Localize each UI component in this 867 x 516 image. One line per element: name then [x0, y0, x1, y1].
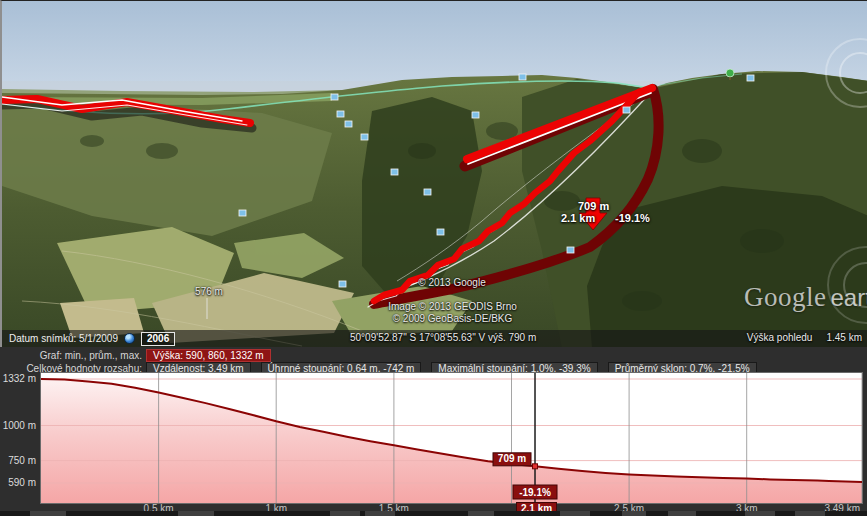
pointer-coordinates: 50°09'52.87" S 17°08'55.63" V výš. 790 m — [350, 332, 536, 343]
google-earth-logo: Googleearth — [744, 282, 867, 313]
imagery-date-label: Datum snímků: 5/1/2009 — [9, 333, 118, 344]
y-tick-label: 590 m — [0, 477, 36, 488]
elevation-area — [41, 379, 862, 503]
elevation-profile-panel: Graf: min., prům., max. Výška: 590, 860,… — [0, 347, 867, 516]
eye-altitude-value: 1.45 km — [826, 332, 862, 343]
status-bar: Datum snímků: 5/1/2009 2006 50°09'52.87"… — [2, 330, 867, 347]
terrain-scene — [2, 1, 867, 347]
eye-altitude: Výška pohledu1.45 km — [747, 332, 862, 343]
tooltip-elevation: 709 m — [578, 200, 609, 212]
bottom-strip — [0, 511, 867, 516]
cursor-slope-label: -19.1% — [519, 487, 551, 498]
elevation-stat-box: Výška: 590, 860, 1332 m — [146, 349, 271, 362]
spot-elevation-label: 576 m — [187, 286, 231, 297]
copyright-geobasis: © 2009 GeoBasis-DE/BKG — [370, 313, 535, 324]
tooltip-slope: -19.1% — [615, 212, 650, 224]
elevation-chart[interactable]: 709 m-19.1% — [40, 372, 863, 504]
logo-google-text: Google — [744, 282, 826, 312]
elevation-chart-svg: 709 m-19.1% — [41, 373, 862, 503]
profile-y-axis: 1332 m1000 m750 m590 m — [0, 347, 38, 507]
earth-3d-viewport[interactable]: 576 m 709 m 2.1 km -19.1% © 2013 Google … — [0, 0, 867, 347]
historical-imagery-clock-icon[interactable] — [124, 333, 135, 344]
time-slider-year[interactable]: 2006 — [141, 332, 175, 346]
google-earth-window: 576 m 709 m 2.1 km -19.1% © 2013 Google … — [0, 0, 867, 516]
copyright-imagery: Image © 2013 GEODIS Brno — [370, 301, 535, 312]
cursor-elevation-label: 709 m — [498, 453, 526, 464]
y-tick-label: 1000 m — [0, 420, 36, 431]
eye-altitude-label: Výška pohledu — [747, 332, 813, 343]
y-tick-label: 1332 m — [0, 373, 36, 384]
imagery-date-group: Datum snímků: 5/1/2009 2006 — [2, 332, 175, 346]
logo-earth-text: earth — [830, 284, 867, 311]
profile-header-row-1: Graf: min., prům., max. Výška: 590, 860,… — [0, 349, 867, 362]
tooltip-distance: 2.1 km — [561, 212, 595, 224]
y-tick-label: 750 m — [0, 455, 36, 466]
copyright-google: © 2013 Google — [382, 277, 522, 288]
cursor-marker — [533, 464, 538, 469]
